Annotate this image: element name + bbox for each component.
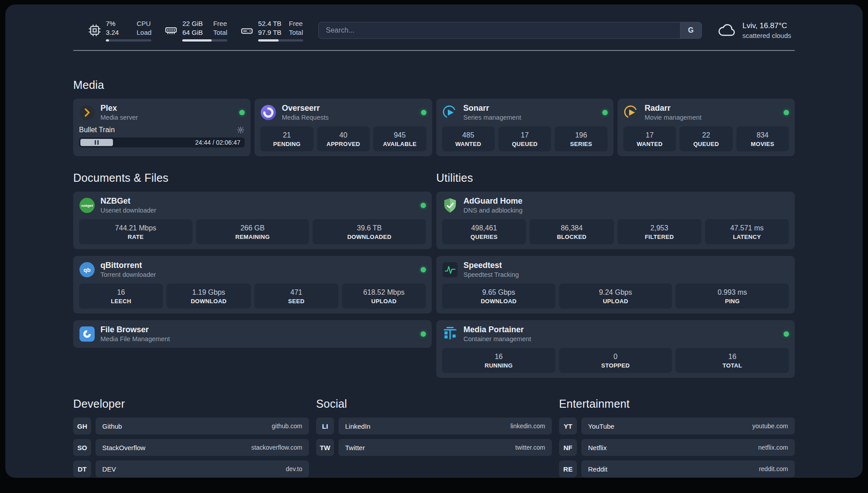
link-name: Twitter [345,444,365,451]
link-url: twitter.com [515,444,545,451]
cpu-load-value: 3.24 [106,29,130,36]
storage-free-value: 52.4 TB [258,20,282,27]
top-bar: 7% 3.24 CPU Load [73,18,795,43]
app-card-speedtest[interactable]: Speedtest Speedtest Tracking 9.65 GbpsDO… [436,256,795,313]
app-card-sonarr[interactable]: Sonarr Series management 485WANTED 17QUE… [436,99,613,156]
link-name: LinkedIn [345,422,371,430]
github-icon: GH [73,418,91,435]
cpu-label: CPU [137,20,151,27]
link-row-reddit[interactable]: RE Redditreddit.com [559,460,795,477]
dashboard-panel: 7% 3.24 CPU Load [5,4,863,478]
stat-latency: 47.571 msLATENCY [705,219,789,244]
status-dot [784,331,789,337]
section-title-utilities: Utilities [436,171,795,184]
memory-progress-fill [182,39,211,42]
stat-total: 16TOTAL [676,348,789,373]
stat-approved: 40APPROVED [317,126,370,151]
pause-button[interactable] [80,139,113,146]
link-row-twitter[interactable]: TW Twittertwitter.com [316,439,552,456]
youtube-icon: YT [559,418,577,435]
app-card-adguard[interactable]: AdGuard Home DNS and adblocking 498,461Q… [436,192,795,249]
app-subtitle: DNS and adblocking [463,207,522,214]
status-dot [421,110,426,115]
app-card-plex[interactable]: Plex Media server Bullet Train [73,99,250,156]
pause-icon [95,140,99,145]
app-card-filebrowser[interactable]: File Browser Media File Management [73,320,432,348]
app-name: Radarr [645,104,701,113]
status-dot [421,331,426,337]
status-dot [421,203,426,208]
app-name: Plex [100,104,138,113]
stat-queued: 22QUEUED [680,126,732,151]
overseerr-icon [260,104,276,121]
app-card-radarr[interactable]: Radarr Movie management 17WANTED 22QUEUE… [618,99,795,156]
filebrowser-icon [79,326,95,342]
dev-icon: DT [73,460,91,477]
link-name: Netflix [588,444,607,451]
memory-total-value: 64 GiB [182,29,206,36]
link-row-github[interactable]: GH Githubgithub.com [73,418,309,435]
memory-widget: 22 GiB 64 GiB Free Total [165,20,227,42]
svg-text:qb: qb [83,267,91,273]
app-card-nzbget[interactable]: nzbget NZBGet Usenet downloader 744.21 M… [73,192,432,249]
sonarr-icon [442,104,458,121]
cpu-icon [88,24,101,37]
app-subtitle: Container management [463,335,531,343]
section-entertainment: Entertainment YT YouTubeyoutube.com NF N… [559,397,795,478]
gear-icon[interactable] [237,126,245,134]
playback-progress-bar: 24:44 / 02:06:47 [79,138,245,147]
search-input[interactable] [319,26,680,34]
stat-running: 16RUNNING [442,348,555,373]
app-card-qbittorrent[interactable]: qb qBittorrent Torrent downloader 16LEEC… [73,256,432,313]
link-row-stackoverflow[interactable]: SO StackOverflowstackoverflow.com [73,439,309,456]
status-dot [421,267,426,272]
memory-total-label: Total [213,29,227,36]
search-engine-button[interactable]: G [680,22,701,38]
link-row-dev[interactable]: DT DEVdev.to [73,460,309,477]
stat-download: 1.19 GbpsDOWNLOAD [167,284,250,309]
stat-stopped: 0STOPPED [559,348,672,373]
app-subtitle: Series management [463,114,522,121]
weather-condition: scattered clouds [743,32,791,39]
search-bar: G [318,22,702,39]
link-row-youtube[interactable]: YT YouTubeyoutube.com [559,418,795,435]
stat-ping: 0.993 msPING [676,284,789,309]
stat-upload: 618.52 MbpsUPLOAD [342,284,426,309]
ram-icon [165,24,177,37]
nzbget-icon: nzbget [79,197,95,213]
app-subtitle: Movie management [645,114,701,121]
stackoverflow-icon: SO [73,439,91,456]
weather-widget[interactable]: Lviv, 16.87°C scattered clouds [717,21,791,39]
stat-rate: 744.21 MbpsRATE [79,219,192,244]
stat-queries: 498,461QUERIES [442,219,526,244]
link-url: stackoverflow.com [251,444,302,451]
header-divider [73,50,795,51]
stat-series: 196SERIES [555,126,607,151]
app-subtitle: Media File Management [100,335,170,343]
section-title-developer: Developer [73,397,309,410]
status-dot [784,110,789,115]
app-subtitle: Media server [100,114,138,121]
stat-queued: 17QUEUED [498,126,551,151]
app-subtitle: Speedtest Tracking [463,271,519,279]
link-row-netflix[interactable]: NF Netflixnetflix.com [559,439,795,456]
app-subtitle: Usenet downloader [100,207,156,214]
stat-leech: 16LEECH [79,284,163,309]
stat-blocked: 86,384BLOCKED [530,219,613,244]
app-card-portainer[interactable]: Media Portainer Container management 16R… [436,320,795,378]
storage-free-label: Free [289,20,303,27]
storage-progress-bar [258,39,303,42]
stat-remaining: 266 GBREMAINING [196,219,309,244]
link-row-linkedin[interactable]: LI LinkedInlinkedin.com [316,418,552,435]
now-playing-title: Bullet Train [79,126,115,134]
app-subtitle: Torrent downloader [100,271,156,279]
stat-seed: 471SEED [255,284,338,309]
stat-filtered: 2,953FILTERED [618,219,701,244]
app-name: NZBGet [100,196,156,206]
app-name: Speedtest [463,261,519,270]
stat-wanted: 17WANTED [623,126,676,151]
app-card-overseerr[interactable]: Overseerr Media Requests 21PENDING 40APP… [255,99,432,156]
memory-progress-bar [182,39,227,42]
link-name: StackOverflow [102,444,146,451]
link-name: Github [102,422,122,430]
